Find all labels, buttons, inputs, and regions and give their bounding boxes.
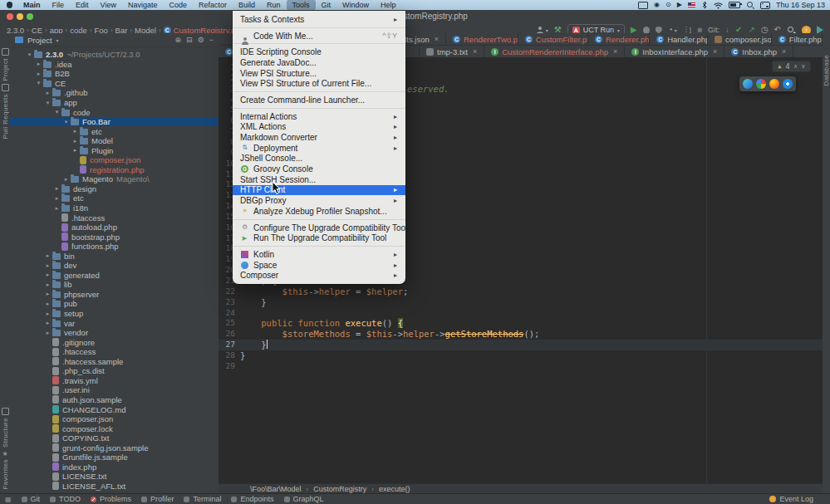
tree-item-i18n[interactable]: ▸i18n <box>10 203 219 213</box>
tool-windows-icon[interactable]: ▦ <box>5 496 12 503</box>
stripe-pull-requests-label[interactable]: Pull Requests <box>2 94 9 139</box>
tree-item-index-php[interactable]: index.php <box>10 462 219 472</box>
menubar-item-edit[interactable]: Edit <box>70 0 95 10</box>
chevron-right-icon[interactable]: ▸ <box>34 71 43 77</box>
tree-item-idea[interactable]: ▸.idea <box>10 60 219 70</box>
close-icon[interactable]: × <box>473 47 477 56</box>
previous-problem-icon[interactable]: ∧ <box>794 63 798 70</box>
chevron-right-icon[interactable]: ▸ <box>52 185 61 192</box>
tree-item-setup[interactable]: ▸setup <box>10 309 219 319</box>
tree-item-var[interactable]: ▸var <box>10 318 219 328</box>
tab-filter-php[interactable]: CFilter.php× <box>772 33 823 45</box>
menu-item-xml-actions[interactable]: XML Actions▸ <box>233 122 405 133</box>
statusbar-item-todo[interactable]: TODO <box>50 495 81 503</box>
chevron-right-icon[interactable]: ▸ <box>71 128 80 135</box>
menubar-item-refactor[interactable]: Refactor <box>193 0 233 10</box>
inspections-widget[interactable]: ▲ 4 ∧ ∨ <box>772 61 811 72</box>
chevron-right-icon[interactable]: ▸ <box>71 138 80 144</box>
menu-item-start-ssh-session[interactable]: Start SSH Session... <box>233 174 405 185</box>
stripe-database-label[interactable]: Database <box>823 55 830 86</box>
statusbar-item-profiler[interactable]: Profiler <box>141 495 174 503</box>
info-icon[interactable]: ⊙ <box>665 0 671 10</box>
statusbar-item-git[interactable]: Git <box>22 495 41 503</box>
code-line-29[interactable]: 29 <box>219 361 823 372</box>
chevron-down-icon[interactable]: ▾ <box>56 37 59 43</box>
bluetooth-icon[interactable] <box>701 1 708 9</box>
chevron-right-icon[interactable]: ▸ <box>61 176 71 183</box>
tree-item-bootstrap-php[interactable]: bootstrap.php <box>10 232 219 242</box>
tree-item-gruntfile-js-sample[interactable]: Gruntfile.js.sample <box>10 453 219 462</box>
tree-item-gitignore[interactable]: .gitignore <box>10 337 219 347</box>
gear-icon[interactable]: ⚙ <box>198 36 204 44</box>
tree-item-htaccess[interactable]: .htaccess <box>10 213 219 223</box>
chevron-right-icon[interactable]: ▸ <box>43 252 52 259</box>
collapse-all-icon[interactable]: ⊟ <box>186 36 193 44</box>
tab-customfilter-php[interactable]: CCustomFilter.php× <box>518 33 588 45</box>
tree-item-grunt-config-json-sample[interactable]: grunt-config.json.sample <box>10 443 219 453</box>
apple-icon[interactable] <box>7 2 12 8</box>
close-icon[interactable]: × <box>613 47 617 56</box>
chevron-right-icon[interactable]: ▸ <box>52 205 61 212</box>
breadcrumb-class[interactable]: CustomRegistry <box>313 485 366 493</box>
firefox-browser-icon[interactable] <box>769 79 779 89</box>
stripe-structure-label[interactable]: Structure <box>2 418 9 448</box>
chevron-right-icon[interactable]: ▸ <box>43 320 52 326</box>
menu-item-analyze-xdebug-profiler-snapshot[interactable]: ×Analyze Xdebug Profiler Snapshot... <box>233 206 405 217</box>
play-circle-icon[interactable]: ▶ <box>677 0 682 10</box>
tree-item-design[interactable]: ▸design <box>10 184 219 194</box>
locate-file-icon[interactable]: ⊕ <box>175 36 182 44</box>
search-icon[interactable] <box>746 1 754 9</box>
tab-renderertwo-php[interactable]: CRendererTwo.php× <box>446 33 518 45</box>
chevron-down-icon[interactable]: ▾ <box>25 51 34 58</box>
tree-item-license-afl-txt[interactable]: LICENSE_AFL.txt <box>10 482 219 492</box>
chrome-browser-icon[interactable] <box>756 79 766 89</box>
menu-item-composer[interactable]: Composer▸ <box>233 270 405 281</box>
tree-item-etc[interactable]: ▸etc <box>10 126 219 136</box>
chevron-right-icon[interactable]: ▸ <box>43 281 52 288</box>
menu-item-view-psi-structure-of-current-file[interactable]: View PSI Structure of Current File... <box>233 78 405 89</box>
chevron-down-icon[interactable]: ▾ <box>43 100 52 106</box>
tree-item-app[interactable]: ▾app <box>10 98 219 108</box>
display-icon[interactable] <box>638 2 648 9</box>
menu-item-dbgp-proxy[interactable]: DBGp Proxy▸ <box>233 195 405 206</box>
tree-item-htaccess-sample[interactable]: .htaccess.sample <box>10 357 219 367</box>
zoom-window-button[interactable] <box>27 13 33 20</box>
chevron-right-icon[interactable]: ▸ <box>43 90 52 96</box>
menubar-item-git[interactable]: Git <box>316 0 337 10</box>
close-window-button[interactable] <box>7 13 13 20</box>
tree-item-pub[interactable]: ▸pub <box>10 299 219 309</box>
chevron-right-icon[interactable]: ▸ <box>43 272 52 278</box>
menubar-item-window[interactable]: Window <box>336 0 375 10</box>
menu-item-view-psi-structure[interactable]: View PSI Structure... <box>233 68 405 79</box>
tree-item-php-cs-dist[interactable]: .php_cs.dist <box>10 366 219 376</box>
code-line-24[interactable]: 24 <box>219 308 823 319</box>
menu-item-run-the-upgrade-compatibility-tool[interactable]: ▶Run The Upgrade Compatibility Tool <box>233 232 405 243</box>
next-problem-icon[interactable]: ∨ <box>802 63 805 70</box>
menu-item-http-client[interactable]: HTTP Client▸ <box>233 185 405 196</box>
tab-composer-json[interactable]: composer.json× <box>708 33 772 45</box>
code-line-28[interactable]: 28} <box>219 350 823 361</box>
tree-item-composer-json[interactable]: composer.json <box>10 414 219 424</box>
menu-item-generate-javadoc[interactable]: Generate JavaDoc... <box>233 57 405 68</box>
control-center-icon[interactable] <box>760 2 770 9</box>
close-icon[interactable]: × <box>713 47 717 56</box>
tab-renderer-php[interactable]: CRenderer.php× <box>588 33 650 45</box>
tree-item-htaccess[interactable]: .htaccess <box>10 347 219 357</box>
battery-icon[interactable] <box>729 2 740 8</box>
menubar-item-file[interactable]: File <box>47 0 71 10</box>
code-line-26[interactable]: 26 $storeMethods = $this->helper->getSto… <box>219 329 823 340</box>
tree-item-generated[interactable]: ▸generated <box>10 271 219 281</box>
code-line-23[interactable]: 23 } <box>219 297 823 308</box>
menubar-clock[interactable]: Thu 16 Sep 13 <box>776 1 827 9</box>
statusbar-item-problems[interactable]: Problems <box>91 495 131 503</box>
menubar-item-help[interactable]: Help <box>375 0 402 10</box>
structure-toolwindow-icon[interactable] <box>2 408 9 415</box>
tab-handler-php[interactable]: CHandler.php× <box>650 33 708 45</box>
stripe-project-label[interactable]: Project <box>2 58 9 81</box>
tree-item-dev[interactable]: ▸dev <box>10 261 219 271</box>
minimize-window-button[interactable] <box>17 13 23 20</box>
menu-item-code-with-me[interactable]: Code With Me...^⇧Y <box>233 31 405 42</box>
event-log-button[interactable]: Event Log <box>769 495 825 503</box>
menu-item-tasks-contexts[interactable]: Tasks & Contexts▸ <box>233 14 405 25</box>
tree-item-composer-json[interactable]: composer.json <box>10 155 219 165</box>
